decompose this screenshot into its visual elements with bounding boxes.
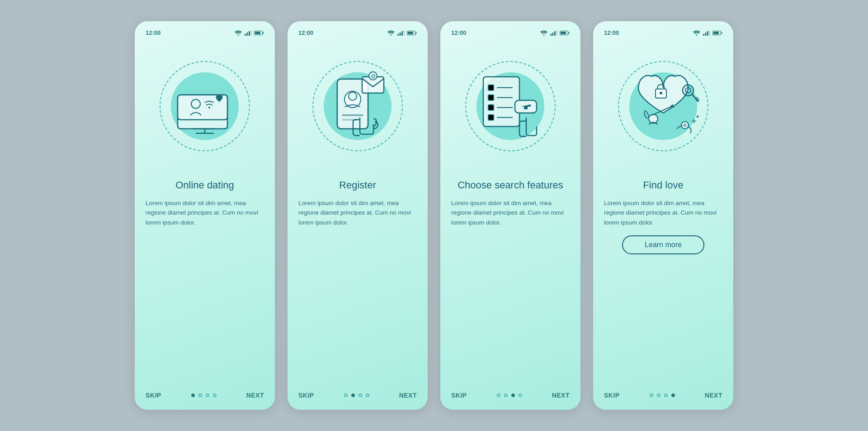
status-icons-4 (693, 30, 722, 36)
illustration-online-dating (155, 41, 255, 172)
svg-rect-17 (400, 33, 401, 36)
next-button-4[interactable]: NEXT (705, 392, 722, 399)
signal-icon (245, 30, 252, 36)
svg-rect-16 (397, 34, 399, 36)
wifi-icon (234, 30, 242, 36)
nav-bar-1: SKIP NEXT (146, 388, 264, 399)
svg-rect-18 (401, 31, 403, 36)
screens-container: 12:00 (135, 21, 733, 410)
dot-3-1 (497, 394, 500, 397)
skip-button-3[interactable]: SKIP (451, 392, 467, 399)
svg-point-13 (191, 99, 200, 108)
nav-dots-4 (650, 394, 675, 397)
svg-rect-56 (713, 32, 719, 34)
dot-1-1 (191, 394, 195, 397)
dot-4-4 (671, 394, 675, 397)
learn-more-button[interactable]: Learn more (622, 235, 704, 254)
nav-bar-4: SKIP NEXT (604, 388, 722, 399)
online-dating-icon (164, 70, 245, 142)
screen-2-title: Register (339, 179, 376, 192)
skip-button-4[interactable]: SKIP (604, 392, 620, 399)
dot-1-2 (198, 394, 202, 397)
illustration-find-love (613, 41, 713, 172)
svg-point-26 (349, 92, 357, 100)
svg-rect-39 (569, 32, 570, 34)
skip-button-2[interactable]: SKIP (298, 392, 314, 399)
svg-rect-34 (552, 33, 554, 36)
signal-icon-4 (703, 30, 710, 36)
svg-rect-27 (342, 114, 363, 116)
nav-bar-3: SKIP NEXT (451, 388, 570, 399)
screen-4-body: Lorem ipsum dolor sit dim amet, mea regi… (604, 198, 722, 228)
screen-online-dating: 12:00 (135, 21, 275, 410)
svg-rect-22 (416, 32, 417, 34)
dot-4-3 (664, 394, 668, 397)
battery-icon (254, 30, 264, 36)
status-time-3: 12:00 (451, 29, 466, 36)
signal-icon-3 (550, 30, 557, 36)
svg-rect-35 (554, 31, 556, 36)
illustration-register: @ (308, 41, 407, 172)
dot-3-3 (511, 394, 515, 397)
register-icon: @ (317, 66, 398, 147)
screen-find-love: 12:00 (593, 21, 733, 410)
dot-2-3 (359, 394, 362, 397)
svg-point-15 (391, 34, 392, 36)
svg-rect-6 (255, 32, 260, 34)
svg-point-69 (683, 123, 687, 127)
nav-dots-3 (497, 394, 522, 397)
status-bar-4: 12:00 (604, 29, 722, 36)
battery-icon-3 (560, 30, 570, 36)
next-button-3[interactable]: NEXT (552, 392, 570, 399)
next-button-1[interactable]: NEXT (246, 392, 264, 399)
svg-rect-54 (709, 30, 711, 36)
screen-4-title: Find love (643, 179, 683, 192)
dot-1-3 (206, 394, 209, 397)
screen-register: 12:00 (288, 21, 428, 410)
status-icons-1 (234, 30, 264, 36)
svg-rect-4 (251, 30, 252, 36)
status-bar-1: 12:00 (146, 29, 264, 36)
svg-point-59 (660, 92, 662, 94)
next-button-2[interactable]: NEXT (399, 392, 417, 399)
nav-bar-2: SKIP NEXT (298, 388, 417, 399)
svg-rect-3 (249, 31, 250, 36)
screen-choose-search: 12:00 (440, 21, 580, 410)
battery-icon-2 (407, 30, 417, 36)
dot-3-4 (519, 394, 522, 397)
svg-rect-41 (488, 85, 494, 90)
status-bar-2: 12:00 (298, 29, 417, 36)
dot-2-4 (366, 394, 369, 397)
svg-rect-38 (561, 32, 566, 34)
wifi-icon-3 (540, 30, 548, 36)
status-time-1: 12:00 (146, 29, 160, 36)
svg-rect-53 (707, 31, 708, 36)
dot-2-1 (344, 394, 348, 397)
svg-point-32 (543, 34, 545, 36)
svg-rect-57 (722, 32, 722, 34)
svg-rect-52 (705, 33, 707, 36)
status-time-2: 12:00 (298, 29, 313, 36)
svg-rect-43 (488, 95, 494, 100)
illustration-search (461, 41, 560, 172)
signal-icon-2 (397, 30, 405, 36)
svg-rect-51 (703, 34, 704, 36)
nav-dots-2 (344, 394, 369, 397)
status-time-4: 12:00 (604, 29, 619, 36)
svg-rect-47 (488, 115, 494, 120)
search-features-icon (467, 68, 553, 145)
screen-3-body: Lorem ipsum dolor sit dim amet, mea regi… (451, 198, 570, 228)
dot-3-2 (504, 394, 508, 397)
status-icons-3 (540, 30, 570, 36)
wifi-icon-4 (693, 30, 701, 36)
svg-point-0 (238, 34, 239, 36)
svg-point-50 (696, 34, 698, 36)
dot-4-2 (657, 394, 660, 397)
svg-rect-21 (408, 32, 413, 34)
skip-button-1[interactable]: SKIP (146, 392, 161, 399)
screen-2-body: Lorem ipsum dolor sit dim amet, mea regi… (298, 198, 417, 228)
screen-1-title: Online dating (175, 179, 234, 192)
dot-2-2 (351, 394, 355, 397)
svg-rect-7 (263, 32, 264, 34)
battery-icon-4 (712, 30, 722, 36)
